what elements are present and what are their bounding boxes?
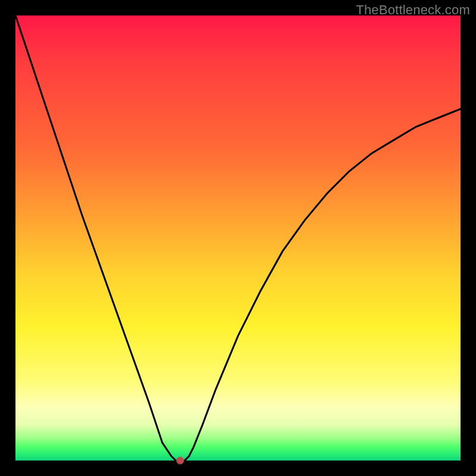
watermark-text: TheBottleneck.com [356,2,470,18]
curve-layer [15,15,461,461]
plot-area [15,15,461,461]
bottleneck-curve [15,15,461,461]
chart-frame: TheBottleneck.com [0,0,476,476]
minimum-marker [177,457,184,464]
